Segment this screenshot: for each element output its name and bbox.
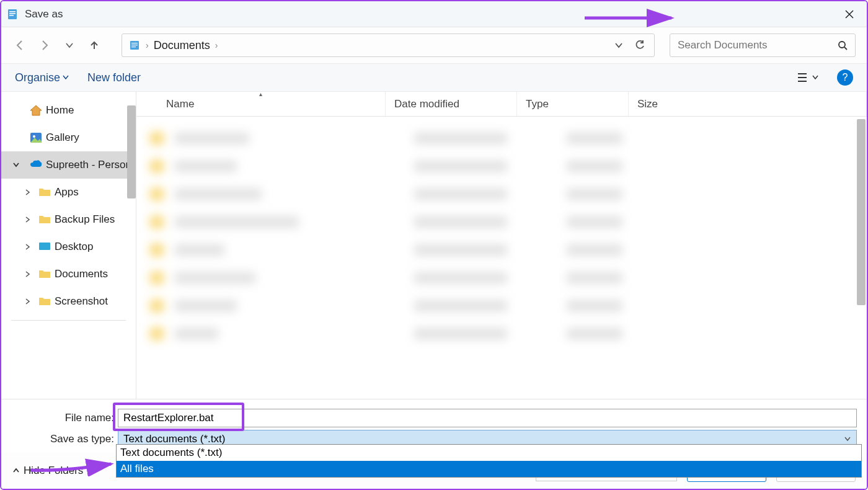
tree-item-apps[interactable]: Apps [1, 179, 136, 206]
onedrive-icon [30, 159, 42, 171]
file-listing: ▴Name Date modified Type Size [136, 92, 867, 399]
main-area: Home Gallery Supreeth - Personal Apps Ba… [1, 92, 867, 399]
chevron-right-icon: › [215, 40, 218, 50]
column-date[interactable]: Date modified [386, 92, 517, 116]
search-box[interactable] [670, 33, 856, 57]
tree-item-documents[interactable]: Documents [1, 261, 136, 288]
svg-rect-1 [9, 11, 16, 12]
type-option-txt[interactable]: Text documents (*.txt) [117, 445, 861, 461]
column-type[interactable]: Type [517, 92, 629, 116]
chevron-right-icon: › [146, 40, 149, 50]
list-header: ▴Name Date modified Type Size [136, 92, 867, 117]
save-type-value: Text documents (*.txt) [123, 433, 225, 445]
list-scrollbar[interactable] [857, 119, 866, 305]
tree-item-backup[interactable]: Backup Files [1, 206, 136, 233]
forward-button[interactable] [37, 38, 52, 53]
search-icon [838, 40, 848, 50]
tree-label: Desktop [55, 241, 93, 253]
chevron-down-icon [12, 161, 20, 169]
save-type-dropdown: Text documents (*.txt) All files [116, 444, 862, 478]
address-dropdown[interactable] [611, 37, 627, 53]
list-body-blurred [136, 117, 867, 399]
tree-label: Home [46, 104, 74, 117]
svg-rect-0 [8, 9, 17, 19]
search-input[interactable] [678, 39, 838, 51]
folder-icon [38, 296, 51, 307]
new-folder-button[interactable]: New folder [87, 71, 141, 84]
tree-label: Backup Files [55, 213, 115, 226]
tree-item-desktop[interactable]: Desktop [1, 233, 136, 261]
filename-label: File name: [7, 412, 118, 424]
sort-asc-icon: ▴ [259, 92, 262, 97]
tree-item-onedrive[interactable]: Supreeth - Personal [1, 151, 136, 179]
navigation-bar: › Documents › [1, 27, 867, 63]
save-type-label: Save as type: [7, 433, 118, 445]
chevron-right-icon [25, 271, 31, 277]
tree-item-gallery[interactable]: Gallery [1, 124, 136, 151]
tree-label: Screenshot [55, 295, 108, 308]
column-size[interactable]: Size [629, 92, 867, 116]
gallery-icon [30, 132, 42, 143]
svg-rect-5 [131, 43, 138, 43]
svg-rect-2 [9, 13, 16, 14]
nav-tree: Home Gallery Supreeth - Personal Apps Ba… [1, 92, 136, 399]
folder-icon [38, 214, 51, 225]
filename-input[interactable] [118, 409, 857, 427]
help-button[interactable]: ? [837, 69, 853, 86]
tree-label: Apps [55, 186, 79, 198]
folder-icon [128, 39, 141, 51]
svg-rect-7 [131, 47, 136, 47]
svg-rect-11 [39, 243, 50, 250]
svg-rect-3 [9, 15, 14, 16]
chevron-right-icon [25, 189, 31, 195]
save-form: File name: Save as type: Text documents … [1, 399, 867, 453]
recent-dropdown[interactable] [62, 38, 77, 53]
tree-item-screenshot[interactable]: Screenshot [1, 288, 136, 315]
divider [11, 320, 126, 321]
column-name[interactable]: ▴Name [136, 92, 386, 116]
hide-folders-button[interactable]: Hide Folders [12, 465, 83, 477]
svg-point-8 [839, 42, 845, 48]
nav-buttons [12, 38, 102, 53]
address-bar[interactable]: › Documents › [122, 33, 655, 57]
svg-rect-6 [131, 45, 138, 45]
folder-icon [38, 187, 51, 198]
titlebar: Save as [1, 1, 867, 27]
up-button[interactable] [87, 38, 102, 53]
save-as-dialog: Save as › Documents › Organise New f [0, 0, 868, 490]
back-button[interactable] [12, 38, 27, 53]
sidebar-scrollbar[interactable] [127, 105, 136, 198]
tree-label: Supreeth - Personal [46, 159, 128, 171]
organise-button[interactable]: Organise [15, 71, 69, 84]
notepad-icon [6, 8, 19, 20]
chevron-down-icon [844, 435, 851, 443]
chevron-right-icon [25, 216, 31, 223]
svg-point-10 [33, 135, 35, 138]
chevron-up-icon [12, 467, 20, 474]
type-option-all[interactable]: All files [117, 461, 861, 477]
toolbar: Organise New folder ? [1, 63, 867, 92]
tree-item-home[interactable]: Home [1, 97, 136, 124]
desktop-icon [38, 241, 51, 252]
breadcrumb-documents[interactable]: Documents [154, 39, 210, 52]
window-title: Save as [25, 8, 837, 20]
folder-icon [38, 269, 51, 280]
refresh-button[interactable] [632, 37, 648, 53]
tree-label: Gallery [46, 131, 79, 144]
chevron-right-icon [25, 244, 31, 250]
tree-label: Documents [55, 268, 108, 280]
chevron-right-icon [25, 298, 31, 305]
view-options-button[interactable] [797, 73, 818, 82]
close-button[interactable] [837, 2, 862, 27]
home-icon [30, 105, 42, 116]
